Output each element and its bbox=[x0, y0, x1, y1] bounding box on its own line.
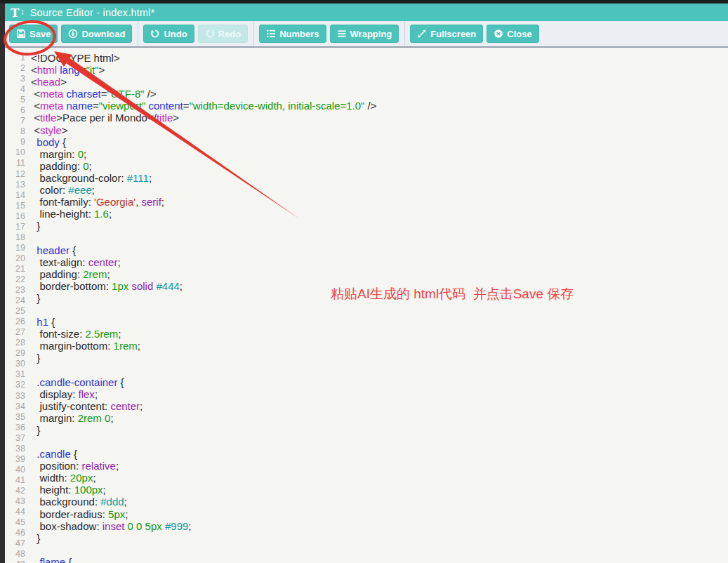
line-number: 22 bbox=[5, 274, 25, 285]
line-number: 46 bbox=[5, 528, 25, 538]
toolbar: SaveDownloadUndoRedoNumbersWrappingFulls… bbox=[5, 21, 728, 48]
code-line bbox=[31, 364, 377, 376]
line-number: 16 bbox=[5, 211, 25, 222]
code-line: <!DOCTYPE html> bbox=[31, 52, 377, 64]
line-number: 41 bbox=[5, 475, 25, 486]
wrapping-button[interactable]: Wrapping bbox=[330, 25, 399, 43]
code-line: height: 100px; bbox=[31, 484, 377, 496]
line-number: 37 bbox=[5, 433, 25, 444]
line-number: 11 bbox=[5, 158, 25, 168]
line-number: 18 bbox=[5, 232, 25, 243]
line-number: 8 bbox=[5, 126, 25, 137]
code-line: border-bottom: 1px solid #444; bbox=[31, 280, 377, 292]
code-line bbox=[31, 544, 377, 556]
code-line: line-height: 1.6; bbox=[31, 208, 377, 220]
code-content[interactable]: <!DOCTYPE html><html lang="it"><head> <m… bbox=[31, 52, 377, 563]
code-line: padding: 0; bbox=[31, 160, 377, 172]
code-line: .flame { bbox=[31, 556, 377, 563]
code-line: <html lang="it"> bbox=[31, 64, 377, 76]
line-number: 29 bbox=[5, 348, 25, 359]
save-button[interactable]: Save bbox=[9, 25, 58, 43]
line-number: 23 bbox=[5, 285, 25, 296]
code-line: header { bbox=[31, 244, 377, 256]
code-line: font-size: 2.5rem; bbox=[31, 328, 377, 340]
line-number: 1 bbox=[5, 53, 25, 63]
code-line bbox=[31, 304, 377, 316]
line-number: 2 bbox=[5, 63, 25, 74]
line-number: 14 bbox=[5, 190, 25, 201]
code-line: margin: 2rem 0; bbox=[31, 412, 377, 424]
toolbar-group-separator bbox=[253, 21, 254, 46]
code-line: <style> bbox=[31, 124, 377, 136]
save-icon bbox=[16, 29, 26, 39]
fullscreen-icon bbox=[417, 29, 427, 39]
code-line: text-align: center; bbox=[31, 256, 377, 268]
line-number: 4 bbox=[5, 84, 25, 95]
close-button-label: Close bbox=[507, 29, 531, 39]
code-line: justify-content: center; bbox=[31, 400, 377, 412]
download-button-label: Download bbox=[81, 29, 125, 39]
code-line: } bbox=[31, 532, 377, 544]
line-number: 44 bbox=[5, 507, 25, 517]
line-number: 13 bbox=[5, 180, 25, 190]
line-number: 48 bbox=[5, 549, 25, 559]
close-button[interactable]: Close bbox=[487, 25, 538, 43]
wrapping-icon bbox=[337, 29, 347, 39]
line-number: 36 bbox=[5, 423, 25, 433]
code-line: } bbox=[31, 220, 377, 232]
download-button[interactable]: Download bbox=[61, 25, 132, 43]
line-number: 21 bbox=[5, 264, 25, 274]
code-line: background-color: #111; bbox=[31, 172, 377, 184]
code-line: width: 20px; bbox=[31, 472, 377, 484]
line-number: 32 bbox=[5, 380, 25, 390]
line-number: 3 bbox=[5, 74, 25, 84]
code-editor[interactable]: 1234567891011121314151617181920212223242… bbox=[5, 48, 728, 563]
numbers-button-label: Numbers bbox=[279, 29, 319, 39]
line-number: 34 bbox=[5, 402, 25, 412]
code-line: .candle-container { bbox=[31, 376, 377, 388]
save-button-label: Save bbox=[29, 29, 51, 39]
line-number: 43 bbox=[5, 496, 25, 507]
code-line: } bbox=[31, 424, 377, 436]
line-number: 24 bbox=[5, 296, 25, 306]
code-line: <meta charset="UTF-8" /> bbox=[31, 88, 377, 100]
code-line: font-family: 'Georgia', serif; bbox=[31, 196, 377, 208]
code-line: } bbox=[31, 292, 377, 304]
line-number: 45 bbox=[5, 517, 25, 528]
code-line: position: relative; bbox=[31, 460, 377, 472]
undo-icon bbox=[150, 29, 160, 39]
redo-button: Redo bbox=[198, 25, 249, 43]
undo-button-label: Undo bbox=[164, 29, 187, 39]
redo-button-label: Redo bbox=[218, 29, 241, 39]
code-line bbox=[31, 436, 377, 448]
numbers-button[interactable]: Numbers bbox=[259, 25, 326, 43]
close-icon bbox=[494, 29, 503, 39]
line-number: 7 bbox=[5, 116, 25, 126]
code-line: <meta name="viewport" content="width=dev… bbox=[31, 100, 377, 112]
line-number: 19 bbox=[5, 243, 25, 253]
numbers-icon bbox=[266, 29, 276, 39]
toolbar-group-separator bbox=[404, 21, 405, 46]
code-line: .candle { bbox=[31, 448, 377, 460]
code-line: color: #eee; bbox=[31, 184, 377, 196]
code-line: display: flex; bbox=[31, 388, 377, 400]
code-line: body { bbox=[31, 136, 377, 148]
line-number: 40 bbox=[5, 465, 25, 475]
line-number: 9 bbox=[5, 137, 25, 147]
toolbar-group-separator bbox=[138, 21, 138, 46]
window-title: Source Editor - index.html* bbox=[30, 7, 155, 18]
line-number: 20 bbox=[5, 253, 25, 264]
line-number: 10 bbox=[5, 147, 25, 158]
fullscreen-button[interactable]: Fullscreen bbox=[410, 25, 483, 43]
line-number-gutter: 1234567891011121314151617181920212223242… bbox=[5, 53, 25, 563]
code-line: } bbox=[31, 352, 377, 364]
line-number: 27 bbox=[5, 327, 25, 338]
page-left-dark-strip bbox=[0, 4, 5, 563]
code-line: margin-bottom: 1rem; bbox=[31, 340, 377, 352]
line-number: 49 bbox=[5, 559, 25, 563]
app-logo-arrow-icon: ↕ bbox=[20, 7, 25, 17]
redo-icon bbox=[205, 29, 215, 39]
undo-button[interactable]: Undo bbox=[143, 25, 194, 43]
line-number: 30 bbox=[5, 359, 25, 369]
fullscreen-button-label: Fullscreen bbox=[430, 29, 476, 39]
